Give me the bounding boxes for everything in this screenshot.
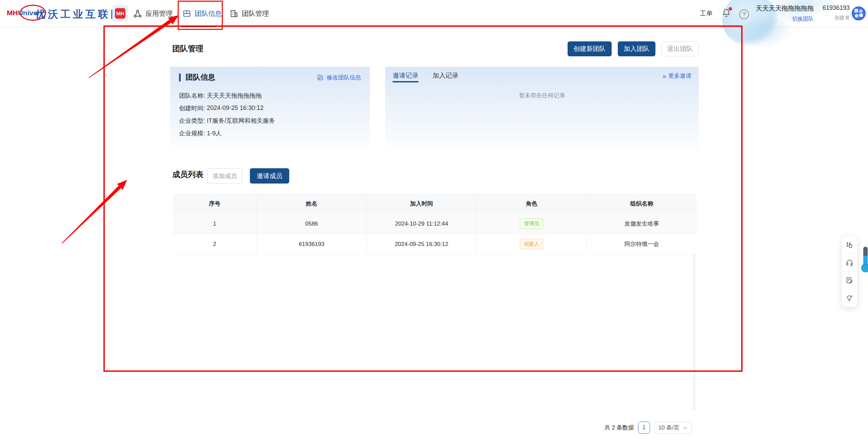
cell-name: 61936193: [257, 234, 367, 254]
add-member-button[interactable]: 添加成员: [208, 168, 242, 184]
scroll-gesture-icon[interactable]: [842, 236, 857, 254]
team-info-title-row: 团队信息: [179, 72, 215, 82]
enterprise-type-field: 企业类型: IT服务/互联网和相关服务: [179, 114, 361, 127]
work-order-link[interactable]: 工单: [700, 9, 713, 18]
field-value: IT服务/互联网和相关服务: [207, 117, 275, 125]
nav-item-app-management[interactable]: 应用管理: [133, 0, 173, 27]
members-section-title: 成员列表: [172, 169, 203, 180]
page-number-button[interactable]: 1: [638, 422, 650, 434]
total-count-text: 共 2 条数据: [605, 424, 634, 432]
mh-app-badge[interactable]: MH: [112, 5, 128, 21]
table-row: 1 0586 2024-10-29 11:12:44 管理员 发撒发生啥事: [173, 214, 697, 234]
invite-member-button[interactable]: 邀请成员: [250, 168, 289, 184]
nav-item-label: 团队管理: [242, 9, 269, 18]
column-header: 姓名: [257, 193, 367, 214]
cell-join-time: 2024-09-25 16:30:12: [367, 234, 477, 254]
floating-toolbar: [842, 236, 857, 307]
chevron-down-icon: [683, 426, 687, 429]
enterprise-size-field: 企业规模: 1-9人: [179, 127, 361, 139]
join-team-button[interactable]: 加入团队: [618, 41, 655, 56]
table-header-row: 序号 姓名 加入时间 角色 组织名称: [173, 193, 697, 214]
quit-team-button[interactable]: 退出团队: [661, 41, 699, 56]
current-team-name: 天天天天拖拖拖拖拖: [756, 4, 814, 13]
notification-bell-icon[interactable]: [722, 8, 732, 19]
role-badge: 创建人: [520, 239, 543, 249]
more-invites-label: 更多邀请: [668, 72, 691, 80]
header-divider: [753, 4, 754, 23]
cell-org: 阿尔特饿一会: [587, 234, 697, 254]
switch-team-link[interactable]: 切换团队: [756, 16, 814, 23]
column-header: 加入时间: [367, 193, 477, 214]
tab-invite-records[interactable]: 邀请记录: [393, 71, 418, 82]
double-chevron-icon: »: [663, 73, 666, 79]
user-block: 61936193 创建者: [823, 4, 850, 21]
edit-icon: [317, 74, 324, 81]
role-badge: 管理员: [520, 218, 543, 229]
app-header: MHUniver 优沃工业互联网 MH 应用管理 团队信息: [0, 0, 868, 27]
headset-support-icon[interactable]: [842, 254, 857, 272]
column-header: 序号: [173, 193, 257, 214]
edit-link-label: 修改团队信息: [327, 74, 361, 81]
notification-dot: [729, 7, 732, 11]
current-team-block: 天天天天拖拖拖拖拖 切换团队: [756, 4, 814, 23]
nav-item-label: 应用管理: [145, 9, 173, 18]
field-label: 创建时间:: [179, 104, 205, 112]
field-value: 1-9人: [207, 129, 222, 137]
column-header: 组织名称: [587, 193, 697, 214]
column-header: 角色: [477, 193, 587, 214]
help-icon[interactable]: ?: [739, 9, 749, 19]
cell-index: 1: [173, 214, 257, 234]
active-nav-underline: [181, 26, 216, 27]
mh-badge-text: MH: [115, 8, 125, 19]
scrollbar-knob[interactable]: [861, 264, 868, 272]
page-size-value: 10 条/页: [658, 424, 679, 432]
field-value: 2024-09-25 16:30:12: [207, 104, 263, 112]
cell-join-time: 2024-10-29 11:12:44: [367, 214, 477, 234]
team-info-panel: 团队信息 修改团队信息 团队名称: 天天天天拖拖拖拖拖 创建时间: 2024-0…: [170, 67, 370, 151]
field-label: 企业类型:: [179, 117, 205, 125]
page-title: 团队管理: [172, 43, 203, 54]
logo-mh-text: MH: [7, 9, 18, 17]
create-time-field: 创建时间: 2024-09-25 16:30:12: [179, 102, 361, 114]
page-size-select[interactable]: 10 条/页: [654, 422, 692, 434]
scrollbar-indicator[interactable]: [861, 247, 868, 277]
empty-records-text: 暂未存在任何记录: [393, 92, 691, 99]
title-accent-bar: [179, 74, 181, 81]
cell-org: 发撒发生啥事: [587, 214, 697, 234]
field-label: 团队名称:: [179, 92, 205, 100]
grid-icon: [182, 9, 191, 18]
table-row: 2 61936193 2024-09-25 16:30:12 创建人 阿尔特饿一…: [173, 234, 697, 254]
table-right-border: [693, 254, 695, 410]
share-nodes-icon: [133, 9, 142, 18]
nav-item-team-management[interactable]: 团队管理: [230, 0, 269, 27]
user-role: 创建者: [823, 15, 850, 21]
brand-name: 优沃工业互联网: [35, 7, 123, 21]
field-value: 天天天天拖拖拖拖拖: [207, 92, 262, 100]
more-invites-link[interactable]: » 更多邀请: [663, 72, 691, 80]
members-table: 序号 姓名 加入时间 角色 组织名称 1 0586 2024-10-29 11:…: [173, 193, 697, 254]
cell-index: 2: [173, 234, 257, 254]
field-label: 企业规模:: [179, 129, 205, 137]
building-icon: [230, 9, 238, 18]
cell-role: 创建人: [477, 234, 587, 254]
cell-role: 管理员: [477, 214, 587, 234]
pagination: 共 2 条数据 1 10 条/页: [605, 421, 692, 434]
cell-name: 0586: [257, 214, 367, 234]
create-team-button[interactable]: 创建新团队: [568, 41, 612, 56]
records-panel: 邀请记录 加入记录 » 更多邀请 暂未存在任何记录: [385, 67, 699, 151]
edit-team-info-link[interactable]: 修改团队信息: [317, 74, 361, 81]
nav-item-team-info[interactable]: 团队信息: [182, 0, 222, 27]
user-id: 61936193: [823, 4, 850, 12]
team-info-title: 团队信息: [185, 72, 215, 82]
tab-join-records[interactable]: 加入记录: [433, 71, 458, 82]
nav-item-label: 团队信息: [195, 9, 222, 18]
feedback-form-icon[interactable]: [842, 272, 857, 289]
lightbulb-idea-icon[interactable]: [842, 289, 857, 307]
avatar[interactable]: [852, 6, 866, 20]
team-name-field: 团队名称: 天天天天拖拖拖拖拖: [179, 89, 361, 102]
